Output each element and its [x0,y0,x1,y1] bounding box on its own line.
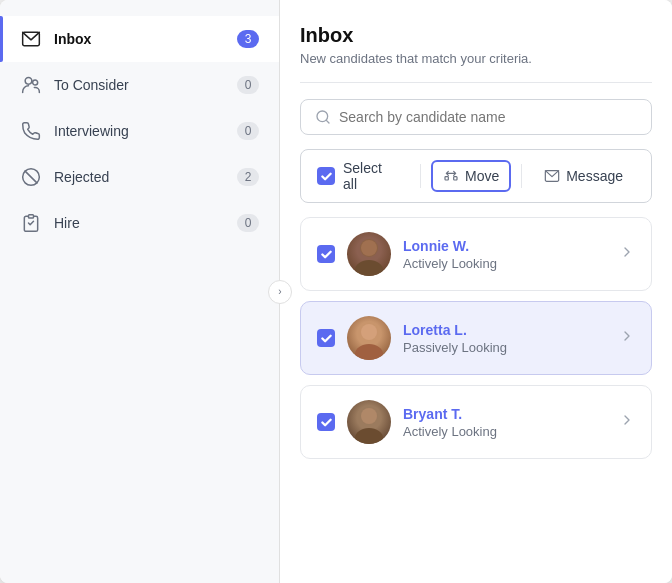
candidate-name: Loretta L. [403,322,611,338]
sidebar: Inbox 3 To Consider 0 Interviewing 0 Rej… [0,0,280,583]
candidate-info-bryant: Bryant T. Actively Looking [403,406,611,439]
candidate-card-loretta[interactable]: Loretta L. Passively Looking [300,301,652,375]
svg-rect-8 [445,177,448,180]
candidate-checkbox-bryant[interactable] [317,413,335,431]
svg-line-7 [326,120,329,123]
sidebar-item-label: Hire [54,215,237,231]
checkmark-icon [321,249,332,260]
checkmark-icon [321,333,332,344]
svg-point-1 [25,78,32,85]
sidebar-item-label: Inbox [54,31,237,47]
svg-point-19 [361,408,377,424]
chevron-right-icon [619,412,635,432]
sidebar-item-label: To Consider [54,77,237,93]
action-bar: Select all Move Message [300,149,652,203]
sidebar-item-interviewing[interactable]: Interviewing 0 [0,108,279,154]
avatar-face-icon [347,400,391,444]
svg-line-4 [25,171,37,183]
message-icon [544,168,560,184]
candidate-checkbox-loretta[interactable] [317,329,335,347]
message-label: Message [566,168,623,184]
chevron-right-icon [619,328,635,348]
checkmark-icon [321,417,332,428]
action-divider-1 [420,164,421,188]
message-button[interactable]: Message [532,160,635,192]
svg-rect-5 [29,215,34,218]
sidebar-item-inbox[interactable]: Inbox 3 [0,16,279,62]
collapse-sidebar-button[interactable]: › [268,280,292,304]
svg-point-2 [33,80,38,85]
page-subtitle: New candidates that match your criteria. [300,51,652,66]
sidebar-item-label: Interviewing [54,123,237,139]
search-input[interactable] [339,109,637,125]
sidebar-item-rejected[interactable]: Rejected 2 [0,154,279,200]
chevron-right-icon [619,244,635,264]
candidate-status: Actively Looking [403,424,611,439]
sidebar-badge: 0 [237,122,259,140]
sidebar-badge: 0 [237,214,259,232]
action-divider-2 [521,164,522,188]
checkmark-icon [321,171,332,182]
block-icon [20,166,42,188]
svg-point-12 [355,260,383,276]
svg-point-16 [361,324,377,340]
candidate-name: Bryant T. [403,406,611,422]
candidate-card-bryant[interactable]: Bryant T. Actively Looking [300,385,652,459]
main-content: Inbox New candidates that match your cri… [280,0,672,583]
search-box[interactable] [300,99,652,135]
select-all-checkbox[interactable] [317,167,335,185]
search-icon [315,109,331,125]
sidebar-item-hire[interactable]: Hire 0 [0,200,279,246]
svg-point-15 [355,344,383,360]
avatar-face-icon [347,232,391,276]
avatar-lonnie [347,232,391,276]
sidebar-badge: 0 [237,76,259,94]
move-label: Move [465,168,499,184]
users-icon [20,74,42,96]
candidate-info-lonnie: Lonnie W. Actively Looking [403,238,611,271]
candidate-status: Passively Looking [403,340,611,355]
candidate-status: Actively Looking [403,256,611,271]
move-button[interactable]: Move [431,160,511,192]
sidebar-badge: 3 [237,30,259,48]
avatar-bryant [347,400,391,444]
avatar-loretta [347,316,391,360]
svg-rect-9 [454,177,457,180]
candidate-checkbox-lonnie[interactable] [317,245,335,263]
section-divider [300,82,652,83]
candidate-name: Lonnie W. [403,238,611,254]
select-all-group[interactable]: Select all [317,160,398,192]
phone-icon [20,120,42,142]
candidate-info-loretta: Loretta L. Passively Looking [403,322,611,355]
sidebar-item-to-consider[interactable]: To Consider 0 [0,62,279,108]
inbox-icon [20,28,42,50]
clipboard-icon [20,212,42,234]
svg-point-13 [361,240,377,256]
avatar-face-icon [347,316,391,360]
select-all-label: Select all [343,160,398,192]
sidebar-item-label: Rejected [54,169,237,185]
candidate-card-lonnie[interactable]: Lonnie W. Actively Looking [300,217,652,291]
sidebar-badge: 2 [237,168,259,186]
move-icon [443,168,459,184]
svg-point-18 [355,428,383,444]
page-title: Inbox [300,24,652,47]
